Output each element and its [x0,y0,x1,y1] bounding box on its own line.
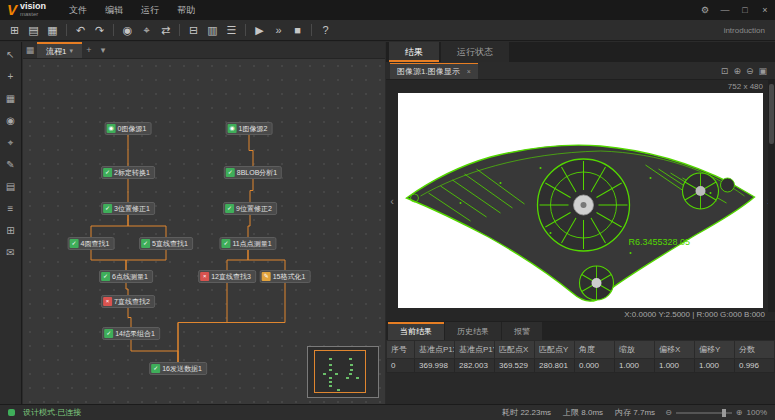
list-icon[interactable]: ≡ [3,201,19,216]
template-icon[interactable]: ▤ [3,179,19,194]
flow-canvas[interactable]: ◉0图像源1✓2标定转换1✓3位置修正1✓4圆查找1✓5直线查找1✓6点线测量1… [23,59,385,404]
node-status-icon: ✓ [104,329,113,338]
app-brand: vision master [20,2,46,18]
minimap-viewport[interactable] [314,350,366,393]
result-tab-0[interactable]: 当前结果 [388,322,444,340]
flow-node-16[interactable]: ✓16发送数据1 [149,362,207,375]
menu-item-0[interactable]: 文件 [60,4,96,17]
viewer-scrollbar[interactable] [768,80,775,312]
results-table[interactable]: 序号基准点P1X基准点P1Y匹配点X匹配点Y角度缩放偏移X偏移Y分数 0369.… [386,340,775,373]
snapshot-icon[interactable]: ▣ [758,66,767,76]
add-module-icon[interactable]: + [3,69,19,84]
prev-strip: ‹ [386,93,398,308]
fit-view-icon[interactable]: ⊡ [721,66,729,76]
minimap-node [356,377,359,379]
menu-item-3[interactable]: 帮助 [168,4,204,17]
process-menu-button[interactable]: ▾ [96,45,110,55]
stop-button[interactable]: ■ [288,22,307,39]
panel-tab-1[interactable]: 运行状态 [441,42,509,62]
table-row[interactable]: 0369.998282.003369.529280.8010.0001.0001… [387,359,775,373]
zoom-in-icon[interactable]: ⊕ [733,66,741,76]
prev-image-button[interactable]: ‹ [390,195,394,207]
menu-item-2[interactable]: 运行 [132,4,168,17]
toolbar-separator [179,24,180,36]
flow-node-6[interactable]: ✓6点线测量1 [99,270,153,283]
camera-source-icon[interactable]: ◉ [3,113,19,128]
minimap[interactable] [307,346,379,398]
result-tab-1[interactable]: 历史结果 [445,322,501,340]
flow-node-12[interactable]: ×12直线查找3 [198,270,256,283]
flow-editor: ▦ 流程1 ▾ + ▾ ◉0图像源1✓2标定转换1✓3位置修正1✓4圆查找1✓5… [23,42,385,404]
node-label: 9位置修正2 [236,204,272,214]
minimap-node [329,369,332,371]
mode-label: 设计模式.已连接 [23,407,81,418]
node-label: 2标定转换1 [114,168,150,178]
minimap-node [329,381,332,383]
image-display-tab[interactable]: 图像源1.图像显示 × [390,63,478,79]
process-list-icon[interactable]: ▦ [23,45,37,55]
flow-node-14[interactable]: ✓14结果组合1 [102,327,160,340]
table-cell: 0.000 [575,359,615,373]
maximize-button[interactable]: □ [735,0,755,20]
canvas-header: ▦ 流程1 ▾ + ▾ [23,42,385,59]
node-status-icon: ◉ [228,124,237,133]
run-continuous-button[interactable]: » [269,22,288,39]
flow-node-15[interactable]: ✎15格式化1 [260,270,311,283]
message-icon[interactable]: ✉ [3,245,19,260]
position-tool-icon[interactable]: ⌖ [3,135,19,150]
toolbar-separator [113,24,114,36]
communication-icon[interactable]: ⇄ [156,22,175,39]
close-button[interactable]: × [755,0,775,20]
node-label: 1图像源2 [239,124,268,134]
column-header-7: 偏移X [655,341,695,359]
module-library-icon[interactable]: ▦ [3,91,19,106]
viewer-scrollbar-thumb[interactable] [769,84,774,144]
flow-node-7[interactable]: ×7直线查找2 [101,295,155,308]
run-once-button[interactable]: ▶ [250,22,269,39]
zoom-slider-handle[interactable] [722,409,726,417]
add-process-button[interactable]: + [82,45,96,55]
select-tool-icon[interactable]: ↖ [3,47,19,62]
layout-icon[interactable]: ⊞ [3,223,19,238]
annotation-tool-icon[interactable]: ✎ [3,157,19,172]
open-solution-icon[interactable]: ▤ [24,22,43,39]
flow-node-9[interactable]: ✓9位置修正2 [223,202,277,215]
settings-button[interactable]: ⚙ [695,0,715,20]
status-metric-1: 上限 8.0ms [563,407,603,418]
flow-node-5[interactable]: ✓5直线查找1 [139,237,193,250]
minimize-button[interactable]: — [715,0,735,20]
zoom-out-icon[interactable]: ⊖ [746,66,754,76]
flow-node-4[interactable]: ✓4圆查找1 [68,237,115,250]
flow-node-11[interactable]: ✓11点点测量1 [219,237,276,250]
zoom-in-button[interactable]: ⊕ [736,408,743,417]
new-solution-icon[interactable]: ⊞ [5,22,24,39]
module-list-icon[interactable]: ⊟ [184,22,203,39]
menu-item-1[interactable]: 编辑 [96,4,132,17]
help-icon[interactable]: ? [316,22,335,39]
data-queue-icon[interactable]: ▥ [203,22,222,39]
global-variable-icon[interactable]: ☰ [222,22,241,39]
close-icon[interactable]: × [467,68,471,75]
minimap-node [323,373,326,375]
panel-tab-0[interactable]: 结果 [389,42,439,62]
flow-node-2[interactable]: ✓2标定转换1 [101,166,155,179]
table-cell: 282.003 [455,359,495,373]
redo-icon[interactable]: ↷ [90,22,109,39]
save-solution-icon[interactable]: ▦ [43,22,62,39]
camera-manager-icon[interactable]: ◉ [118,22,137,39]
zoom-out-button[interactable]: ⊖ [665,408,672,417]
flow-node-1[interactable]: ◉1图像源2 [226,122,273,135]
process-tab[interactable]: 流程1 ▾ [37,42,82,58]
viewer-canvas[interactable]: R6.3455328 05 [398,93,763,308]
flow-node-8[interactable]: ✓8BLOB分析1 [224,166,282,179]
minimap-node [337,389,340,391]
node-status-icon: × [200,272,209,281]
node-label: 0图像源1 [118,124,147,134]
undo-icon[interactable]: ↶ [71,22,90,39]
result-tab-2[interactable]: 报警 [502,322,542,340]
zoom-slider[interactable] [676,412,732,414]
flow-node-0[interactable]: ◉0图像源1 [105,122,152,135]
flow-node-3[interactable]: ✓3位置修正1 [101,202,155,215]
introduction-link[interactable]: introduction [724,26,765,35]
global-trigger-icon[interactable]: ⌖ [137,22,156,39]
